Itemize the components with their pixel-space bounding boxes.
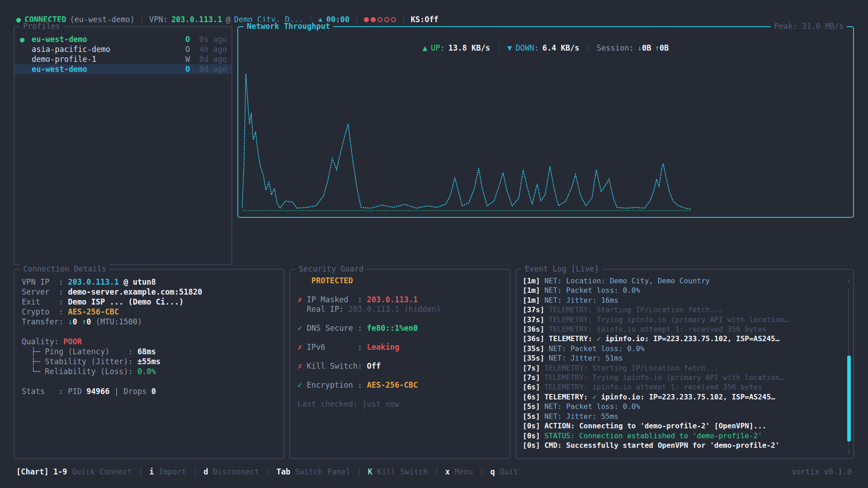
scroll-down-icon[interactable]: ↓: [847, 446, 851, 455]
text-segment: [37s]: [523, 315, 549, 324]
connection-details-text: VPN IP : 203.0.113.1 @ utun8Server : dem…: [14, 270, 283, 396]
text-segment: VPN IP :: [22, 277, 68, 286]
shortcut-quick-connect[interactable]: [Chart] 1-9 Quick Connect: [16, 467, 132, 476]
shortcut-menu[interactable]: x Menu: [445, 467, 473, 476]
shortcut-switch-panel[interactable]: Tab Switch Panel: [276, 467, 350, 476]
text-line: ✓ DNS Secure : fe80::1%en0: [297, 324, 502, 333]
text-segment: PROTECTED: [311, 276, 353, 285]
text-line: ✗ IPv6 : Leaking: [297, 343, 502, 352]
shortcut-kill-switch[interactable]: K Kill Switch: [368, 467, 428, 476]
signal-dot-icon: [371, 17, 376, 22]
security-guard-title: Security Guard: [296, 264, 367, 273]
profile-row[interactable]: asia-pacific-demoO4h ago: [14, 44, 231, 54]
text-segment: [1m]: [523, 296, 544, 305]
text-segment: Leaking: [367, 343, 400, 352]
text-segment: TELEMETRY: ipinfo.io attempt 1: received…: [544, 383, 762, 391]
text-line: [1m] NET: Location: Demo City, Demo Coun…: [523, 276, 841, 286]
text-segment: TELEMETRY:: [549, 334, 597, 343]
text-segment: @ utun8: [119, 277, 156, 286]
text-segment: Stats :: [22, 387, 68, 396]
text-line: ✗ IP Masked : 203.0.113.1: [297, 295, 502, 305]
scroll-up-icon[interactable]: ↑: [847, 277, 851, 285]
text-segment: 203.0.113.1 (hidden): [349, 305, 441, 314]
text-segment: Server :: [22, 287, 68, 296]
event-log-list: [1m] NET: Location: Demo City, Demo Coun…: [516, 270, 853, 450]
connection-details-title: Connection Details: [20, 264, 109, 273]
throughput-chart: [241, 49, 850, 214]
text-line: [35s] NET: Jitter: 51ms: [523, 353, 841, 363]
text-segment: IPv6 :: [307, 343, 367, 352]
text-segment: [5s]: [523, 412, 544, 421]
text-segment: x: [445, 467, 450, 476]
text-line: Quality: POOR: [22, 337, 276, 347]
text-segment: ✓: [297, 324, 307, 333]
text-line: [6s] TELEMETRY: ipinfo.io attempt 1: rec…: [523, 382, 841, 392]
scrollbar-thumb[interactable]: [847, 356, 851, 441]
text-segment: ├─ Ping (Latency) :: [22, 347, 137, 356]
profile-age: 4h ago: [193, 45, 227, 54]
profile-row[interactable]: demo-profile-1W8d ago: [14, 54, 231, 64]
text-segment: (MTU:1500): [91, 317, 142, 326]
text-line: [7s] TELEMETRY: Starting IP/Location fet…: [523, 363, 841, 373]
text-segment: ↓: [68, 317, 72, 326]
text-segment: 203.0.113.1: [367, 295, 418, 304]
text-segment: ├─ Stability (Jitter):: [22, 357, 137, 366]
text-segment: Quick Connect: [67, 467, 132, 476]
throughput-panel-title: Network Throughput: [244, 22, 333, 31]
vpn-ip-value: 203.0.113.1: [171, 15, 222, 24]
text-line: [22, 376, 276, 386]
text-segment: [7s]: [523, 373, 544, 382]
shortcut-import[interactable]: i Import: [149, 467, 186, 476]
text-line: [1m] NET: Jitter: 16ms: [523, 296, 841, 305]
text-line: [297, 390, 502, 399]
text-segment: STATUS: Connection established to 'demo-…: [544, 432, 762, 440]
text-line: Server : demo-server.example.com:51820: [22, 287, 276, 297]
event-log-panel: Event Log [Live] [1m] NET: Location: Dem…: [515, 269, 854, 459]
kill-switch-status: KS:Off: [410, 15, 438, 24]
text-line: ├─ Ping (Latency) : 68ms: [22, 347, 276, 357]
text-segment: [77, 317, 82, 326]
profile-name: asia-pacific-demo: [32, 45, 183, 54]
text-segment: DNS Secure :: [307, 324, 367, 333]
text-segment: [5s]: [523, 402, 544, 411]
text-segment: NET: Jitter: 51ms: [549, 354, 623, 362]
profiles-list: ●eu-west-demoO0s agoasia-pacific-demoO4h…: [14, 27, 231, 74]
shortcut-disconnect[interactable]: d Disconnect: [203, 467, 259, 476]
text-line: [37s] TELEMETRY: Starting IP/Location fe…: [523, 305, 841, 314]
text-segment: 203.0.113.1: [68, 277, 119, 286]
text-segment: [7s]: [523, 364, 544, 372]
connection-profile-name: (eu-west-demo): [70, 15, 134, 24]
profile-row[interactable]: eu-west-demoO8d ago: [14, 64, 231, 74]
text-segment: Real IP:: [297, 305, 349, 314]
shortcut-quit[interactable]: q Quit: [490, 467, 518, 476]
text-segment: [0s]: [523, 422, 544, 430]
text-line: Exit : Demo ISP ... (Demo Ci...): [22, 297, 276, 307]
text-segment: TELEMETRY:: [544, 393, 592, 401]
separator: │: [434, 467, 439, 476]
text-segment: [6s]: [523, 393, 544, 401]
text-segment: NET: Packet loss: 0.0%: [549, 344, 645, 353]
profile-row[interactable]: ●eu-west-demoO0s ago: [14, 34, 231, 44]
chart-line: [242, 74, 691, 209]
separator: │: [401, 15, 406, 24]
separator: │: [265, 467, 270, 476]
profile-name: demo-profile-1: [32, 55, 183, 64]
profile-name: eu-west-demo: [32, 65, 183, 74]
text-line: VPN IP : 203.0.113.1 @ utun8: [22, 277, 276, 287]
text-segment: Menu: [450, 467, 473, 476]
text-segment: NET: Packet loss: 0.0%: [544, 286, 640, 295]
text-segment: Drops: [123, 387, 151, 396]
event-log-title: Event Log [Live]: [522, 264, 602, 273]
status-bar: ● CONNECTED (eu-west-demo) │ VPN: 203.0.…: [16, 14, 852, 25]
text-segment: NET: Jitter: 16ms: [544, 296, 618, 305]
profiles-panel-title: Profiles: [20, 22, 63, 31]
text-segment: Tab: [276, 467, 290, 476]
throughput-panel: Network Throughput Peak: 31.0 MB/s ▲ UP:…: [237, 26, 854, 218]
at-sign: @: [226, 15, 230, 24]
text-segment: Quality:: [22, 337, 63, 346]
text-segment: └─ Reliability (Loss):: [22, 367, 137, 376]
text-line: [297, 286, 502, 295]
text-segment: [297, 276, 311, 285]
text-segment: ✓: [592, 393, 597, 401]
text-segment: [6s]: [523, 383, 544, 391]
